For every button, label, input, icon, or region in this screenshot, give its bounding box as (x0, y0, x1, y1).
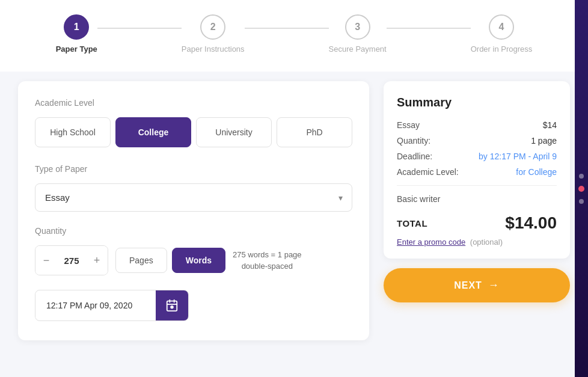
deadline-section (35, 290, 352, 321)
summary-row-quantity: Quantity: 1 page (397, 136, 557, 146)
summary-val-essay: $14 (543, 120, 557, 130)
summary-row-essay: Essay $14 (397, 120, 557, 130)
main-layout: Academic Level High School College Unive… (0, 72, 588, 350)
summary-val-deadline: by 12:17 PM - April 9 (479, 152, 557, 161)
edge-dot-1 (579, 174, 584, 179)
acad-btn-college[interactable]: College (115, 117, 191, 147)
next-arrow-icon: → (488, 279, 500, 292)
calendar-icon (165, 299, 179, 312)
quantity-increment-button[interactable]: + (86, 246, 108, 275)
summary-key-deadline: Deadline: (397, 152, 432, 161)
deadline-input[interactable] (35, 292, 156, 319)
summary-row-academic: Academic Level: for College (397, 167, 557, 177)
summary-key-academic: Academic Level: (397, 167, 459, 177)
step-line-3 (387, 28, 471, 29)
acad-btn-phd[interactable]: PhD (277, 117, 352, 147)
quantity-section: Quantity − + Pages Words 275 words = 1 p… (35, 226, 352, 275)
step-3-label: Secure Payment (329, 44, 387, 54)
step-4-circle: 4 (489, 14, 514, 40)
quantity-input[interactable] (57, 256, 86, 266)
promo-code-link[interactable]: Enter a promo code (397, 238, 465, 247)
left-panel: Academic Level High School College Unive… (18, 81, 369, 340)
total-label: TOTAL (397, 218, 427, 228)
academic-level-buttons: High School College University PhD (35, 117, 352, 147)
unit-pages-button[interactable]: Pages (115, 248, 167, 273)
summary-divider (397, 185, 557, 186)
step-1-label: Paper Type (56, 44, 97, 54)
type-of-paper-label: Type of Paper (35, 164, 352, 174)
step-3-circle: 3 (345, 14, 370, 40)
deadline-calendar-button[interactable] (156, 290, 188, 320)
promo-row: Enter a promo code (optional) (397, 238, 557, 247)
next-button[interactable]: NEXT → (384, 268, 570, 302)
unit-words-button[interactable]: Words (172, 248, 225, 273)
svg-point-4 (171, 306, 173, 308)
summary-title: Summary (397, 96, 557, 109)
unit-buttons: Pages Words (115, 248, 225, 273)
type-of-paper-select[interactable]: Essay Research Paper Term Paper Disserta… (35, 183, 352, 212)
step-1-circle: 1 (64, 14, 89, 40)
type-of-paper-dropdown-wrap: Essay Research Paper Term Paper Disserta… (35, 183, 352, 212)
step-4: 4 Order in Progress (471, 14, 533, 54)
right-panel: Summary Essay $14 Quantity: 1 page Deadl… (384, 81, 570, 302)
summary-key-essay: Essay (397, 120, 420, 130)
step-line-1 (97, 28, 182, 29)
step-line-2 (245, 28, 329, 29)
type-of-paper-section: Type of Paper Essay Research Paper Term … (35, 164, 352, 212)
edge-dot-3 (579, 199, 584, 204)
total-row: TOTAL $14.00 (397, 213, 557, 233)
summary-val-academic: for College (516, 167, 557, 177)
academic-level-label: Academic Level (35, 98, 352, 108)
step-1: 1 Paper Type (56, 14, 97, 54)
writer-label: Basic writer (397, 194, 557, 204)
step-2-circle: 2 (200, 14, 225, 40)
deadline-input-wrap (35, 290, 189, 321)
quantity-note: 275 words = 1 page double-spaced (233, 249, 302, 272)
acad-btn-high-school[interactable]: High School (35, 117, 111, 147)
quantity-label: Quantity (35, 226, 352, 236)
step-3: 3 Secure Payment (329, 14, 387, 54)
acad-btn-university[interactable]: University (196, 117, 272, 147)
step-2-label: Paper Instructions (182, 44, 245, 54)
summary-val-quantity: 1 page (531, 136, 557, 146)
summary-row-deadline: Deadline: by 12:17 PM - April 9 (397, 152, 557, 161)
summary-card: Summary Essay $14 Quantity: 1 page Deadl… (384, 81, 570, 259)
quantity-stepper: − + (35, 245, 108, 275)
step-2: 2 Paper Instructions (182, 14, 245, 54)
edge-dot-2 (578, 186, 584, 192)
summary-key-quantity: Quantity: (397, 136, 430, 146)
quantity-decrement-button[interactable]: − (35, 246, 57, 275)
promo-optional-label: (optional) (470, 238, 503, 247)
step-4-label: Order in Progress (471, 44, 533, 54)
total-amount: $14.00 (505, 213, 557, 233)
stepper: 1 Paper Type 2 Paper Instructions 3 Secu… (0, 0, 588, 72)
right-edge-decoration (575, 0, 588, 377)
quantity-row: − + Pages Words 275 words = 1 page doubl… (35, 245, 352, 275)
